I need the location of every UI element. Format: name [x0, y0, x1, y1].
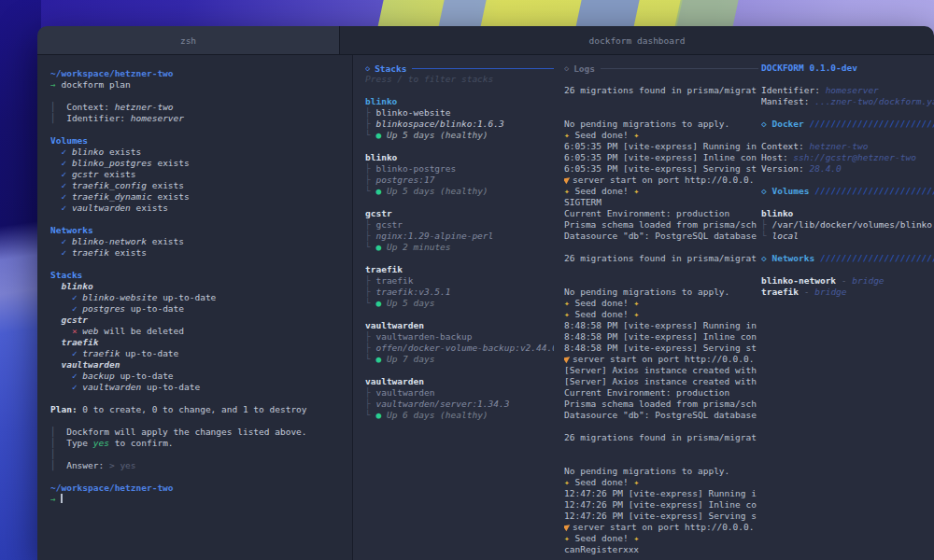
stack-item[interactable]: blinko├ blinko-website├ blinkospace/blin… — [365, 96, 554, 141]
stack-container: ├ blinko-website — [365, 107, 554, 119]
sparkles-icon: ✦ — [629, 533, 639, 543]
info-line — [761, 242, 934, 253]
stack-item[interactable]: vaultwarden├ vaultwarden-backup├ offen/d… — [365, 320, 554, 365]
status-dot-icon: ● — [375, 298, 386, 308]
stack-image: ├ nginx:1.29-alpine-perl — [365, 231, 554, 242]
log-line: No pending migrations to apply. — [564, 287, 758, 298]
terminal-line: traefik — [50, 337, 352, 348]
dashboard-pane[interactable]: ◇ Stacks Press / to filter stacks blinko… — [353, 55, 934, 560]
sparkles-icon: ✦ — [564, 533, 574, 543]
terminal-line: blinko — [50, 281, 352, 292]
stack-image: ├ traefik:v3.5.1 — [365, 287, 554, 298]
stack-name: blinko — [365, 152, 554, 163]
terminal-line: ✓ blinko exists — [50, 147, 352, 158]
logs-panel-title: Logs — [573, 63, 595, 74]
terminal-line: │ Dockform will apply the changes listed… — [50, 427, 352, 438]
stacks-filter-hint: Press / to filter stacks — [365, 74, 554, 85]
terminal-line: × web will be deleted — [50, 326, 352, 337]
diamond-icon: ◇ — [761, 186, 771, 196]
log-line: Prisma schema loaded from prisma/sch — [564, 399, 758, 410]
terminal-line: ✓ traefik_config exists — [50, 180, 352, 191]
logs-panel: ◇ Logs 26 migrations found in prisma/mig… — [564, 55, 758, 560]
zsh-terminal-pane[interactable]: ~/workspace/hetzner-two→ dockform plan│ … — [37, 55, 353, 560]
info-line — [761, 264, 934, 275]
info-line: traefik - bridge — [761, 287, 934, 298]
log-line: ✦ Seed done! ✦ — [564, 130, 758, 141]
log-line: [Server] Axios instance created with — [564, 365, 758, 376]
log-line: server start on port http://0.0.0. — [564, 175, 758, 186]
info-line: blinko-network - bridge — [761, 275, 934, 287]
sparkles-icon: ✦ — [629, 309, 639, 319]
terminal-line: ✓ traefik up-to-date — [50, 348, 352, 359]
stacks-panel: ◇ Stacks Press / to filter stacks blinko… — [365, 55, 554, 560]
terminal-line: ✓ postgres up-to-date — [50, 303, 352, 315]
log-line: 8:48:58 PM [vite-express] Running in — [564, 320, 758, 331]
header-rule-line — [601, 68, 758, 69]
stack-container: ├ traefik — [365, 275, 554, 287]
terminal-line — [50, 57, 352, 68]
terminal-line: Plan: 0 to create, 0 to change, and 1 to… — [50, 404, 352, 415]
log-line: Prisma schema loaded from prisma/sch — [564, 219, 758, 231]
info-line: ◇ Networks /////////////////////////////… — [761, 253, 934, 264]
stack-item[interactable]: vaultwarden├ vaultwarden├ vaultwarden/se… — [365, 376, 554, 421]
terminal-line: Stacks — [50, 270, 352, 281]
party-popper-icon — [564, 523, 572, 532]
tab-dockform-dashboard[interactable]: dockform dashboard — [340, 26, 934, 54]
terminal-line: ✓ gcstr exists — [50, 169, 352, 180]
log-line: 12:47:26 PM [vite-express] Inline co — [564, 499, 758, 511]
log-line: 26 migrations found in prisma/migrat — [564, 253, 758, 264]
status-dot-icon: ● — [375, 130, 386, 140]
terminal-line: │ Context: hetzner-two — [50, 102, 352, 113]
terminal-line: │ Answer: > yes — [50, 460, 352, 471]
tab-zsh[interactable]: zsh — [37, 26, 340, 54]
log-line: Current Environment: production — [564, 387, 758, 399]
sparkles-icon: ✦ — [629, 298, 639, 308]
diamond-icon: ◇ — [761, 119, 771, 129]
tab-bar: zsh dockform dashboard — [37, 26, 934, 55]
log-line: 6:05:35 PM [vite-express] Running in — [564, 141, 758, 152]
info-line: blinko — [761, 208, 934, 219]
header-rule-line — [412, 68, 554, 69]
log-line: Datasource "db": PostgreSQL database — [564, 231, 758, 242]
terminal-line: ✓ vaultwarden up-to-date — [50, 382, 352, 393]
terminal-line: vaultwarden — [50, 359, 352, 371]
log-line: server start on port http://0.0.0. — [564, 354, 758, 365]
stack-item[interactable]: blinko├ blinko-postgres├ postgres:17└ ● … — [365, 152, 554, 197]
info-line — [761, 175, 934, 186]
log-line: 6:05:35 PM [vite-express] Serving st — [564, 163, 758, 175]
terminal-line: ✓ vaultwarden exists — [50, 203, 352, 214]
stack-name: vaultwarden — [365, 376, 554, 387]
log-line: ✦ Seed done! ✦ — [564, 477, 758, 488]
diamond-icon: ◇ — [761, 253, 771, 263]
sparkles-icon: ✦ — [629, 186, 639, 196]
stack-name: gcstr — [365, 208, 554, 219]
log-line: 12:47:26 PM [vite-express] Serving s — [564, 511, 758, 522]
terminal-line: ~/workspace/hetzner-two — [50, 68, 352, 79]
log-line: No pending migrations to apply. — [564, 119, 758, 130]
terminal-line: ~/workspace/hetzner-two — [50, 483, 352, 494]
stack-image: ├ postgres:17 — [365, 175, 554, 186]
info-line: ◇ Volumes ////////////////////////////// — [761, 186, 934, 197]
log-line: 12:47:26 PM [vite-express] Running i — [564, 488, 758, 499]
stacks-panel-header: ◇ Stacks — [365, 63, 554, 74]
info-line: └ local — [761, 231, 934, 242]
info-line: Manifest: ...zner-two/dockform.yaml — [761, 96, 934, 107]
info-line — [761, 74, 934, 85]
terminal-line: Volumes — [50, 135, 352, 147]
diamond-icon: ◇ — [564, 63, 569, 73]
log-line — [564, 275, 758, 287]
status-dot-icon: ● — [375, 410, 386, 420]
terminal-line: ✓ blinko-network exists — [50, 236, 352, 247]
stack-status: └ ● Up 5 days (healthy) — [365, 186, 554, 197]
sparkles-icon: ✦ — [564, 298, 574, 308]
stack-item[interactable]: traefik├ traefik├ traefik:v3.5.1└ ● Up 5… — [365, 264, 554, 309]
stack-status: └ ● Up 6 days (healthy) — [365, 410, 554, 421]
stack-item[interactable]: gcstr├ gcstr├ nginx:1.29-alpine-perl└ ● … — [365, 208, 554, 253]
info-line: ◇ Docker ////////////////////////////// — [761, 119, 934, 130]
sparkles-icon: ✦ — [564, 309, 574, 319]
log-line: [Server] Axios instance created with — [564, 376, 758, 387]
stack-name: blinko — [365, 96, 554, 107]
terminal-line — [50, 471, 352, 483]
log-line: 26 migrations found in prisma/migrat — [564, 432, 758, 443]
sparkles-icon: ✦ — [564, 186, 574, 196]
